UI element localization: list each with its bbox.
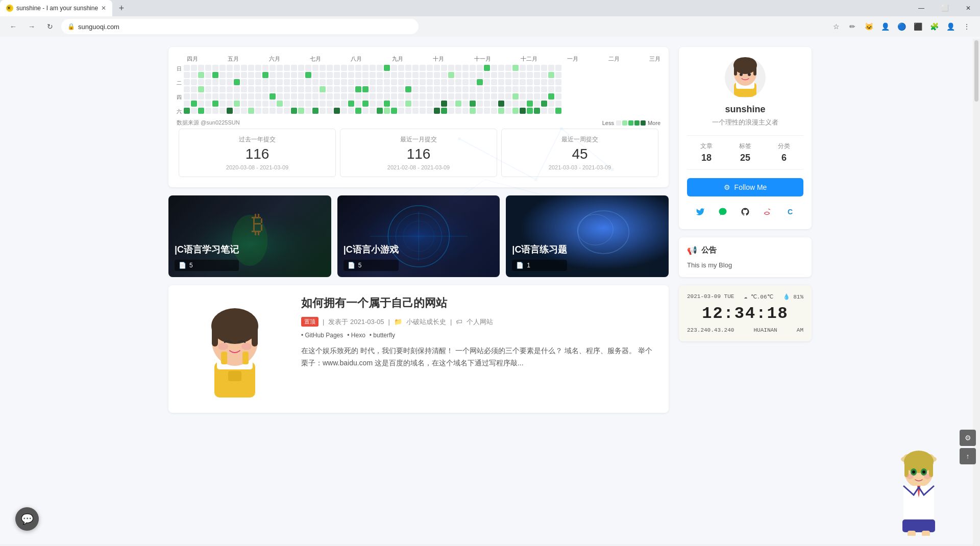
twitter-icon[interactable] xyxy=(693,205,707,219)
card-doc-icon-0: 📄 xyxy=(179,262,186,269)
legend-sq-4 xyxy=(641,120,646,126)
heatmap-cell xyxy=(362,79,369,85)
heatmap-cell xyxy=(512,86,519,92)
heatmap-cell xyxy=(470,79,476,85)
forward-button[interactable]: → xyxy=(24,19,39,34)
heatmap-cell xyxy=(277,79,283,85)
heatmap-cell xyxy=(448,108,454,114)
heatmap-cell xyxy=(527,72,533,78)
heatmap-cell xyxy=(198,86,204,92)
article-tag-github-pages[interactable]: • GitHub Pages xyxy=(301,332,343,339)
article-personal-tag[interactable]: 个人网站 xyxy=(467,317,493,327)
heatmap-cell xyxy=(455,79,461,85)
heatmap-cell xyxy=(377,72,383,78)
chat-widget[interactable]: 💬 xyxy=(15,507,39,531)
heatmap-cell xyxy=(434,93,440,100)
heatmap-cell xyxy=(498,86,504,92)
weibo-icon[interactable] xyxy=(761,205,775,219)
article-tag-hexo[interactable]: • Hexo xyxy=(347,332,365,339)
heatmap-cell xyxy=(412,72,419,78)
scroll-top-button[interactable]: ↑ xyxy=(960,448,976,464)
heatmap-cell xyxy=(484,108,490,114)
settings-action-button[interactable]: ⚙ xyxy=(960,430,976,446)
heatmap-cell xyxy=(255,79,261,85)
wechat-icon[interactable] xyxy=(716,205,730,219)
new-tab-button[interactable]: + xyxy=(114,1,129,15)
extension-1-button[interactable]: 🐱 xyxy=(862,19,876,34)
article-tag-butterfly[interactable]: • butterfly xyxy=(370,332,395,339)
maximize-button[interactable]: ⬜ xyxy=(933,0,957,16)
svg-rect-50 xyxy=(922,531,930,536)
heatmap-cell xyxy=(448,72,454,78)
close-button[interactable]: ✕ xyxy=(957,0,980,16)
heatmap-cell xyxy=(427,86,433,92)
heatmap-cell xyxy=(270,93,276,100)
heatmap-cell xyxy=(405,93,411,100)
svg-point-45 xyxy=(906,474,914,479)
extension-3-button[interactable]: 🔵 xyxy=(894,19,909,34)
page-content: 四月 五月 六月 七月 八月 九月 十月 十一月 十二月 一月 二月 三月 日 xyxy=(0,37,980,544)
heatmap-cell xyxy=(548,72,554,78)
menu-button[interactable]: ⋮ xyxy=(960,19,974,34)
heatmap-cell xyxy=(534,72,540,78)
category-card-clang-notes[interactable]: ₿ |C语言学习笔记 📄 5 xyxy=(168,195,331,277)
account-button[interactable]: 👤 xyxy=(943,19,958,34)
heatmap-cell xyxy=(327,93,333,100)
scrollbar-thumb[interactable] xyxy=(974,40,978,102)
heatmap-cell xyxy=(312,86,318,92)
heatmap-cell xyxy=(270,86,276,92)
heatmap-cell xyxy=(312,79,318,85)
follow-me-button[interactable]: ⚙ Follow Me xyxy=(687,178,803,196)
heatmap-cell xyxy=(284,101,290,107)
clock-date: 2021-03-09 TUE xyxy=(687,293,734,300)
heatmap-cell xyxy=(555,65,561,71)
heatmap-cell xyxy=(470,101,476,107)
scrollbar[interactable] xyxy=(973,39,980,546)
heatmap-cell xyxy=(391,93,397,100)
extension-4-button[interactable]: ⬛ xyxy=(911,19,925,34)
tab-close-button[interactable]: ✕ xyxy=(101,5,106,12)
heatmap-cell xyxy=(262,108,268,114)
profile-stats: 文章 18 标签 25 分类 6 xyxy=(687,135,803,170)
heatmap-cell xyxy=(520,108,526,114)
category-card-clang-games[interactable]: |C语言小游戏 📄 5 xyxy=(337,195,500,277)
extension-2-button[interactable]: 👤 xyxy=(878,19,892,34)
edit-button[interactable]: ✏ xyxy=(845,19,860,34)
heatmap-months: 四月 五月 六月 七月 八月 九月 十月 十一月 十二月 一月 二月 三月 xyxy=(177,55,660,63)
heatmap-cell xyxy=(327,79,333,85)
extension-5-button[interactable]: 🧩 xyxy=(927,19,941,34)
address-bar[interactable]: 🔒 sunguoqi.com xyxy=(61,19,419,34)
stat-yearly-date: 2020-03-08 - 2021-03-09 xyxy=(187,164,327,170)
back-button[interactable]: ← xyxy=(6,19,20,34)
profile-stat-tags-value: 25 xyxy=(739,153,751,163)
reload-button[interactable]: ↻ xyxy=(43,19,57,34)
heatmap-grid xyxy=(184,65,561,115)
profile-stat-articles-label: 文章 xyxy=(700,142,713,151)
article-category[interactable]: 小破站成长史 xyxy=(406,317,446,327)
svg-rect-31 xyxy=(734,65,737,76)
heatmap-cell xyxy=(305,65,311,71)
heatmap-cell xyxy=(184,101,190,107)
heatmap-cell xyxy=(284,93,290,100)
bookmark-star-button[interactable]: ☆ xyxy=(829,19,843,34)
heatmap-cell xyxy=(391,72,397,78)
article-title[interactable]: 如何拥有一个属于自己的网站 xyxy=(301,295,658,311)
heatmap-cell xyxy=(370,79,376,85)
heatmap-cell xyxy=(384,93,390,100)
heatmap-cell xyxy=(198,65,204,71)
heatmap-cell xyxy=(184,108,190,114)
profile-stat-categories-label: 分类 xyxy=(778,142,790,151)
category-card-clang-practice[interactable]: |C语言练习题 📄 1 xyxy=(506,195,669,277)
heatmap-cell xyxy=(484,65,490,71)
day-label-sat: 六 xyxy=(177,109,182,115)
active-tab[interactable]: ☀ sunshine - I am your sunshine ✕ xyxy=(0,0,112,16)
codeforces-icon[interactable]: C xyxy=(783,205,797,219)
minimize-button[interactable]: — xyxy=(910,0,933,16)
clock-top-info: 2021-03-09 TUE ☁ ℃.06℃ 💧 81% xyxy=(687,293,803,300)
github-social-icon[interactable] xyxy=(738,205,752,219)
heatmap-cell xyxy=(534,65,540,71)
heatmap-cell xyxy=(277,93,283,100)
heatmap-cell xyxy=(305,101,311,107)
heatmap-cell xyxy=(262,79,268,85)
heatmap-cell xyxy=(191,93,197,100)
